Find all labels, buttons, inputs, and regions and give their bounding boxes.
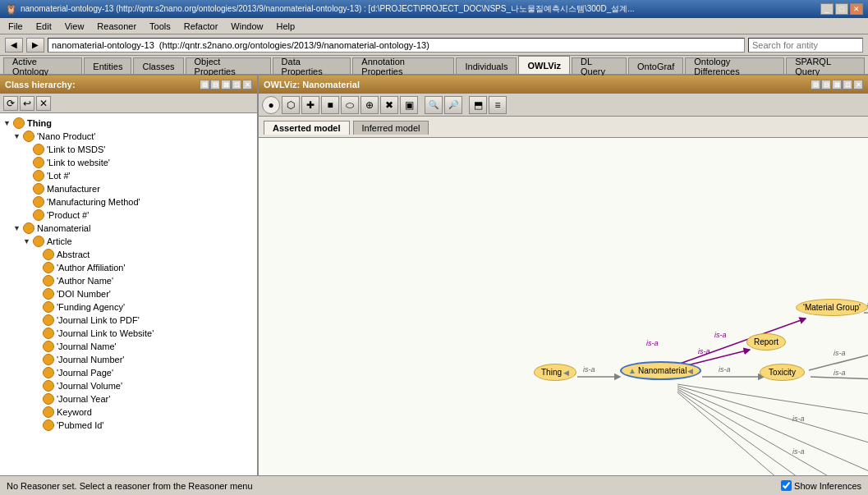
tree-item-journal-pdf[interactable]: 'Journal Link to PDF' <box>33 314 254 327</box>
tree-item-funding[interactable]: 'Funding Agency' <box>33 300 254 314</box>
menu-tools[interactable]: Tools <box>145 21 176 32</box>
tree-item-author-name[interactable]: 'Author Name' <box>33 274 254 287</box>
show-inferences-checkbox[interactable] <box>781 480 792 491</box>
tree-item-nano-product[interactable]: ▼ 'Nano Product' <box>13 130 254 143</box>
right-panel: OWLViz: Nanomaterial ⊞ ⊟ ⊠ ⊡ ✕ ● ⬡ ✚ ■ ⬭… <box>259 76 868 475</box>
owl-node-report[interactable]: Report <box>746 333 786 351</box>
tree-option-button[interactable]: ✕ <box>36 96 51 111</box>
viz-split-btn[interactable]: ⊕ <box>361 96 379 114</box>
menu-edit[interactable]: Edit <box>31 21 57 32</box>
tree-item-manufacturing-method[interactable]: 'Manufacturing Method' <box>23 195 254 209</box>
viz-diamond-btn[interactable]: ⬡ <box>282 96 300 114</box>
right-panel-ctrl-2[interactable]: ⊟ <box>821 80 831 89</box>
owl-node-material-group[interactable]: 'Material Group' <box>796 299 868 316</box>
tree-collapse-button[interactable]: ↩ <box>20 96 34 111</box>
viz-cross-btn[interactable]: ✚ <box>301 96 319 114</box>
panel-ctrl-4[interactable]: ⊡ <box>232 80 241 89</box>
viz-export-btn[interactable]: ⬒ <box>469 96 487 114</box>
panel-ctrl-3[interactable]: ⊠ <box>221 80 231 89</box>
tab-asserted-model[interactable]: Asserted model <box>264 121 350 135</box>
tab-object-properties[interactable]: Object Properties <box>186 57 271 74</box>
viz-square-btn[interactable]: ■ <box>321 96 339 114</box>
tree-item-abstract[interactable]: Abstract <box>33 248 254 261</box>
tree-item-journal-page[interactable]: 'Journal Page' <box>33 366 254 379</box>
menu-window[interactable]: Window <box>226 21 268 32</box>
svg-text:is-a: is-a <box>792 415 805 423</box>
right-panel-ctrl-1[interactable]: ⊞ <box>811 80 820 89</box>
owl-node-thing[interactable]: Thing ◀ <box>534 364 576 381</box>
tree-item-journal-website[interactable]: 'Journal Link to Website' <box>33 327 254 340</box>
tree-item-link-msds[interactable]: 'Link to MSDS' <box>23 143 254 156</box>
tree-item-journal-name[interactable]: 'Journal Name' <box>33 340 254 353</box>
svg-line-22 <box>811 377 868 380</box>
tree-item-link-website[interactable]: 'Link to website' <box>23 156 254 169</box>
tab-annotation-properties[interactable]: Annotation Properties <box>352 57 454 74</box>
titlebar-controls: _ □ ✕ <box>820 3 863 15</box>
tree-item-journal-volume[interactable]: 'Journal Volume' <box>33 379 254 392</box>
tab-owlviz[interactable]: OWLViz <box>518 56 570 74</box>
menu-reasoner[interactable]: Reasoner <box>92 21 141 32</box>
address-input[interactable] <box>48 38 745 53</box>
svg-text:is-a: is-a <box>714 331 727 339</box>
viz-x-btn[interactable]: ✖ <box>380 96 398 114</box>
tree-expand-button[interactable]: ⟳ <box>3 96 18 111</box>
tab-ontograf[interactable]: OntoGraf <box>628 57 683 74</box>
tab-inferred-model[interactable]: Inferred model <box>353 121 429 135</box>
panel-ctrl-1[interactable]: ⊞ <box>200 80 209 89</box>
menu-file[interactable]: File <box>3 21 28 32</box>
tab-entities[interactable]: Entities <box>84 57 131 74</box>
tree-item-journal-year[interactable]: 'Journal Year' <box>33 392 254 406</box>
tab-classes[interactable]: Classes <box>133 57 183 74</box>
tree-item-keyword[interactable]: Keyword <box>33 406 254 419</box>
maximize-button[interactable]: □ <box>835 3 848 15</box>
svg-text:is-a: is-a <box>834 349 846 357</box>
tree-item-pubmed[interactable]: 'Pubmed Id' <box>33 419 254 432</box>
tab-data-properties[interactable]: Data Properties <box>273 57 351 74</box>
panel-ctrl-5[interactable]: ✕ <box>242 80 252 89</box>
right-panel-ctrl-3[interactable]: ⊠ <box>832 80 842 89</box>
viz-circle-btn[interactable]: ● <box>262 96 280 114</box>
back-button[interactable]: ◀ <box>5 38 23 53</box>
tree-item-thing[interactable]: ▼ Thing <box>3 117 254 130</box>
menubar: File Edit View Reasoner Tools Refactor W… <box>0 18 868 34</box>
right-panel-controls: ⊞ ⊟ ⊠ ⊡ ✕ <box>811 80 863 89</box>
panel-ctrl-2[interactable]: ⊟ <box>210 80 220 89</box>
close-button[interactable]: ✕ <box>850 3 863 15</box>
svg-line-6 <box>677 319 806 364</box>
owl-node-toxicity[interactable]: Toxicity <box>760 364 805 381</box>
status-message: No Reasoner set. Select a reasoner from … <box>7 481 253 491</box>
viz-svg: is-a is-a is-a is-a <box>259 138 868 475</box>
tree-item-doi[interactable]: 'DOI Number' <box>33 287 254 300</box>
viz-oval-btn[interactable]: ⬭ <box>341 96 359 114</box>
menu-refactor[interactable]: Refactor <box>179 21 223 32</box>
menu-help[interactable]: Help <box>271 21 300 32</box>
app-icon: 🦉 <box>5 3 17 15</box>
forward-button[interactable]: ▶ <box>26 38 44 53</box>
search-input[interactable] <box>748 38 863 53</box>
tab-active-ontology[interactable]: Active Ontology <box>3 57 82 74</box>
tree-item-product-num[interactable]: 'Product #' <box>23 209 254 222</box>
tree-item-nanomaterial[interactable]: ▼ Nanomaterial <box>13 222 254 235</box>
tree-item-lot[interactable]: 'Lot #' <box>23 169 254 182</box>
minimize-button[interactable]: _ <box>820 3 834 15</box>
show-inferences-checkbox-container[interactable]: Show Inferences <box>781 480 861 491</box>
tree-item-article[interactable]: ▼ Article <box>23 235 254 248</box>
tree-item-author-affiliation[interactable]: 'Author Affiliation' <box>33 261 254 274</box>
tab-dl-query[interactable]: DL Query <box>572 57 627 74</box>
tab-individuals[interactable]: Individuals <box>456 57 517 74</box>
menu-view[interactable]: View <box>60 21 90 32</box>
right-panel-ctrl-4[interactable]: ⊡ <box>843 80 852 89</box>
tab-ontology-differences[interactable]: Ontology Differences <box>685 57 784 74</box>
viz-box-btn[interactable]: ▣ <box>400 96 418 114</box>
viz-list-btn[interactable]: ≡ <box>489 96 507 114</box>
tab-sparql[interactable]: SPARQL Query <box>786 57 865 74</box>
tree-item-journal-number[interactable]: 'Journal Number' <box>33 353 254 366</box>
tree-area[interactable]: ▼ Thing ▼ 'Nano Product' 'Link to MSDS' … <box>0 113 257 475</box>
tree-item-manufacturer[interactable]: Manufacturer <box>23 182 254 195</box>
owl-node-nanomaterial[interactable]: ▲ Nanomaterial ◀ <box>620 361 701 380</box>
viz-canvas[interactable]: is-a is-a is-a is-a <box>259 138 868 475</box>
viz-zoom-in-btn[interactable]: 🔍 <box>425 96 443 114</box>
right-panel-ctrl-5[interactable]: ✕ <box>853 80 863 89</box>
viz-zoom-out-btn[interactable]: 🔎 <box>444 96 462 114</box>
statusbar-right: Show Inferences <box>781 480 861 491</box>
